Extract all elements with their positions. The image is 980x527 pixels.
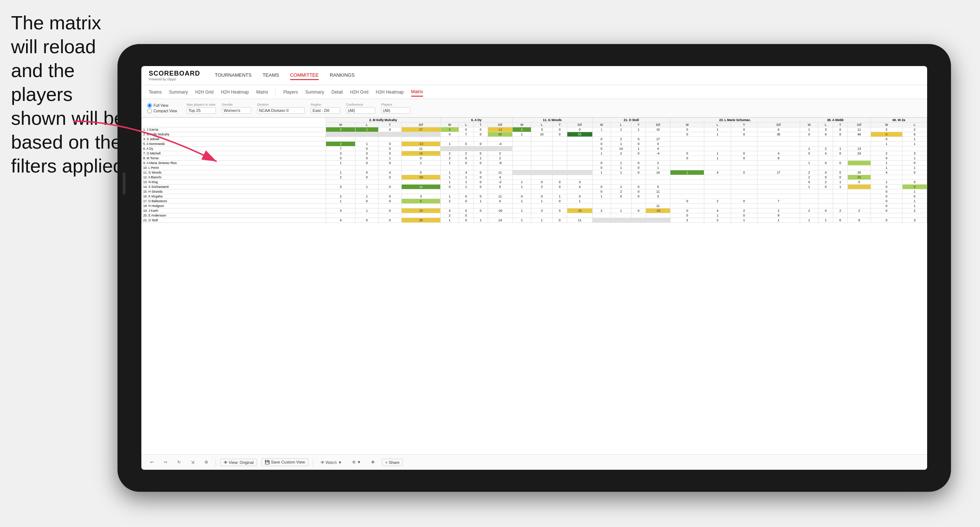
- redo-button[interactable]: ↪: [161, 459, 170, 466]
- table-row: 18. H Hodgson 11 01: [142, 204, 927, 208]
- row-name: 13. N Klug: [142, 180, 326, 184]
- gender-select[interactable]: Women's Men's: [222, 107, 251, 114]
- row-name: 19. J Kanh: [142, 208, 326, 213]
- max-players-select[interactable]: Top 25 Top 10 Top 50: [186, 107, 216, 114]
- table-row: 2. M Kelly Mulcahy 07040 110050 01035 06…: [142, 132, 927, 137]
- tablet-screen: SCOREBOARD Powered by clippd TOURNAMENTS…: [142, 66, 927, 470]
- row-name: 11. G Woods: [142, 170, 326, 175]
- logo-title: SCOREBOARD: [149, 70, 200, 78]
- table-row: 20. E Andersson 20 0108: [142, 213, 927, 218]
- col-2-mulcahy: 2. M Kelly Mulcahy: [326, 118, 440, 122]
- row-name: 17. D Ballesteros: [142, 199, 326, 204]
- row-name: 18. H Hodgson: [142, 204, 326, 208]
- nav-committee[interactable]: COMMITTEE: [290, 71, 319, 80]
- matrix-table: 2. M Kelly Mulcahy 6. A Dy 11. G Woods 2…: [142, 117, 927, 223]
- conference-select[interactable]: (All): [346, 107, 375, 114]
- row-name: 7. O Mitchell: [142, 151, 326, 156]
- conference-label: Conference: [346, 103, 375, 106]
- conference-filter: Conference (All): [346, 103, 375, 114]
- sub-nav-matrix2[interactable]: Matrix: [411, 88, 423, 97]
- sub-nav-players[interactable]: Players: [283, 88, 298, 96]
- table-row: 9. A Maria Jimenez Rios 1001 100-9 0102 …: [142, 161, 927, 165]
- table-row: 14. S Srichantamit 31014 0105 1204 0105 …: [142, 184, 927, 189]
- row-name: 8. M Torres: [142, 156, 326, 161]
- sub-nav: Teams Summary H2H Grid H2H Heatmap Matri…: [142, 85, 927, 99]
- region-filter: Region East - DII West - DII: [311, 103, 340, 114]
- filter-row: Full View Compact View Max players in vi…: [142, 99, 927, 117]
- row-name: 9. A Maria Jimenez Rios: [142, 161, 326, 165]
- sub-col-l: L: [355, 122, 379, 127]
- row-name: 5. A Nomrowski: [142, 142, 326, 146]
- full-view-option[interactable]: Full View: [147, 103, 177, 108]
- nav-rankings[interactable]: RANKINGS: [330, 71, 355, 80]
- compact-view-radio[interactable]: [147, 109, 152, 113]
- undo-button[interactable]: ↩: [147, 459, 156, 466]
- max-players-filter: Max players in view Top 25 Top 10 Top 50: [186, 103, 216, 114]
- matrix-area[interactable]: 2. M Kelly Mulcahy 6. A Dy 11. G Woods 2…: [142, 117, 927, 454]
- players-label: Players: [381, 103, 410, 106]
- logo-subtitle: Powered by clippd: [149, 78, 200, 81]
- toolbar-separator2: [313, 459, 313, 466]
- table-row: 3. S Jelinek 02017 01: [142, 137, 927, 142]
- watch-button[interactable]: 👁 Watch ▼: [318, 459, 345, 466]
- gender-filter: Gender Women's Men's: [222, 103, 251, 114]
- bottom-toolbar: ↩ ↪ ↻ ⇲ ⚙ 👁 View: Original 💾 Save Custom…: [142, 454, 927, 470]
- sub-nav-summary2[interactable]: Summary: [305, 88, 324, 96]
- region-select[interactable]: East - DII West - DII: [311, 107, 340, 114]
- view-original-button[interactable]: 👁 View: Original: [220, 459, 257, 466]
- sub-col-dif: Dif: [401, 122, 440, 127]
- sub-nav-h2h-heatmap[interactable]: H2H Heatmap: [221, 88, 249, 96]
- sub-nav-h2h-heatmap2[interactable]: H2H Heatmap: [375, 88, 404, 96]
- table-row: 16. K Mcgaha 2103 10011 0010 1003 00: [142, 194, 927, 199]
- refresh-button[interactable]: ↻: [174, 459, 184, 466]
- row-name: 3. S Jelinek: [142, 137, 326, 142]
- col-21-stoll: 21. O Stoll: [592, 118, 670, 122]
- players-select[interactable]: (All): [381, 107, 410, 114]
- table-row: 17. D Ballesteros 1005 2010 1101 0207 01: [142, 199, 927, 204]
- zoom-fit-button[interactable]: ⇲: [188, 459, 197, 466]
- share-button[interactable]: < Share: [382, 459, 403, 466]
- col-60-za: 60. W Za: [871, 118, 927, 122]
- annotation-text: The matrix will reload and the players s…: [11, 11, 129, 178]
- tablet-device: SCOREBOARD Powered by clippd TOURNAMENTS…: [118, 44, 951, 492]
- max-players-label: Max players in view: [186, 103, 216, 106]
- row-name: 1. J Garcia: [142, 127, 326, 132]
- view-options: Full View Compact View: [147, 103, 177, 113]
- sub-nav-h2h-grid[interactable]: H2H Grid: [195, 88, 214, 96]
- row-name: 12. A Bianchi: [142, 175, 326, 180]
- sub-nav-h2h-grid2[interactable]: H2H Grid: [350, 88, 368, 96]
- expand-button[interactable]: ✥: [368, 459, 377, 466]
- row-name: 14. S Srichantamit: [142, 184, 326, 189]
- row-name: 10. L Perini: [142, 165, 326, 170]
- nav-teams[interactable]: TEAMS: [262, 71, 279, 80]
- logo-area: SCOREBOARD Powered by clippd: [149, 70, 200, 81]
- sub-col-w: W: [326, 122, 355, 127]
- sub-nav-matrix[interactable]: Matrix: [256, 88, 269, 96]
- options-button[interactable]: ⚙ ▼: [349, 459, 364, 466]
- table-row: 11. G Woods 1040 14011 11014 14017 24020…: [142, 170, 927, 175]
- division-label: Division: [257, 103, 305, 106]
- table-row: 15. H Stranda 02011 01: [142, 189, 927, 194]
- row-name: 15. H Stranda: [142, 189, 326, 194]
- col-6-dy: 6. A Dy: [440, 118, 512, 122]
- division-filter: Division NCAA Division II NCAA Division …: [257, 103, 305, 114]
- toolbar-separator: [216, 459, 216, 466]
- col-38-webb: 38. A Webb: [800, 118, 870, 122]
- side-button: [123, 173, 126, 195]
- settings-button[interactable]: ⚙: [202, 459, 211, 466]
- nav-bar: SCOREBOARD Powered by clippd TOURNAMENTS…: [142, 66, 927, 85]
- sub-nav-detail[interactable]: Detail: [332, 88, 343, 96]
- sub-nav-teams[interactable]: Teams: [149, 88, 162, 96]
- division-select[interactable]: NCAA Division II NCAA Division I: [257, 107, 305, 114]
- sub-nav-summary[interactable]: Summary: [169, 88, 188, 96]
- nav-tournaments[interactable]: TOURNAMENTS: [215, 71, 251, 80]
- table-row: 7. O Mitchell 30019 2202 120-4 0104 0402…: [142, 151, 927, 156]
- table-row: 12. A Bianchi 200-58 1104 20025: [142, 175, 927, 180]
- col-23-schumac: 23. L Marie Schumac.: [670, 118, 800, 122]
- compact-view-option[interactable]: Compact View: [147, 109, 177, 113]
- gender-label: Gender: [222, 103, 251, 106]
- save-custom-button[interactable]: 💾 Save Custom View: [261, 459, 309, 466]
- row-name: 6. A Dy: [142, 146, 326, 151]
- row-name: 2. M Kelly Mulcahy: [142, 132, 326, 137]
- full-view-radio[interactable]: [147, 103, 152, 108]
